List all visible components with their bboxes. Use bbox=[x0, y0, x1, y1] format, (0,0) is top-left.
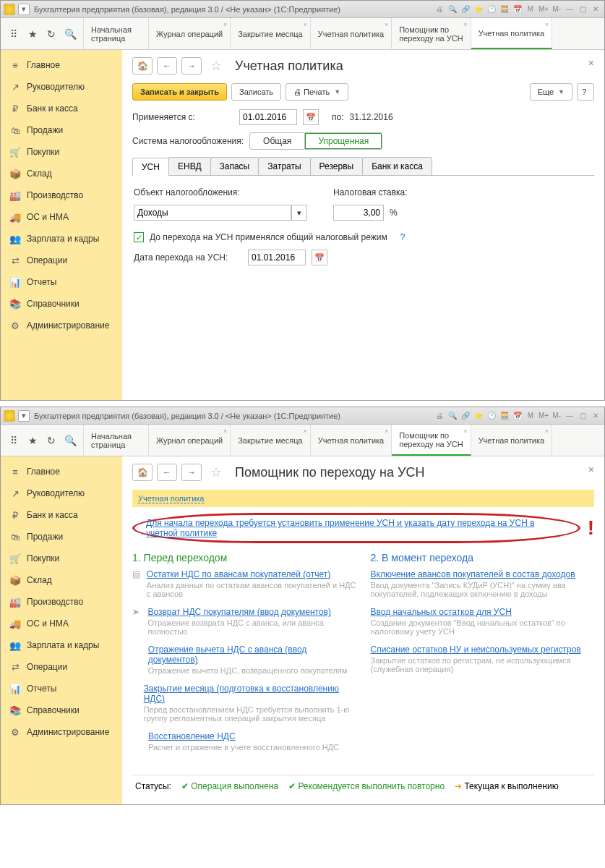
save-button[interactable]: Записать bbox=[231, 83, 281, 101]
sidebar-item-production[interactable]: 🏭Производство bbox=[1, 184, 122, 206]
sidebar-item-main[interactable]: ≡Главное bbox=[1, 461, 122, 482]
home-button[interactable]: 🏠 bbox=[132, 464, 153, 481]
sidebar-item-warehouse[interactable]: 📦Склад bbox=[1, 569, 122, 591]
calendar-icon[interactable]: 📅 bbox=[312, 250, 327, 265]
subtab-usn[interactable]: УСН bbox=[132, 158, 169, 176]
tab-home[interactable]: Начальная страница bbox=[84, 425, 149, 456]
tab-journal[interactable]: Журнал операций× bbox=[149, 425, 231, 456]
sidebar-item-admin[interactable]: ⚙Администрирование bbox=[1, 721, 122, 743]
history-icon[interactable]: ↻ bbox=[46, 28, 57, 40]
titlebar-icon[interactable]: 🧮 bbox=[499, 4, 510, 15]
minimize-icon[interactable]: — bbox=[564, 4, 575, 15]
minimize-icon[interactable]: — bbox=[564, 410, 575, 422]
titlebar-icon[interactable]: 🔍 bbox=[447, 410, 458, 422]
home-button[interactable]: 🏠 bbox=[132, 57, 153, 75]
sidebar-item-main[interactable]: ≡Главное bbox=[1, 54, 122, 76]
mem-m[interactable]: M bbox=[525, 4, 536, 15]
sidebar-item-warehouse[interactable]: 📦Склад bbox=[1, 163, 122, 184]
titlebar-dropdown[interactable]: ▾ bbox=[18, 4, 30, 15]
tab-close-icon[interactable]: × bbox=[545, 427, 549, 435]
tax-rate-input[interactable] bbox=[333, 205, 384, 221]
subtab-bank[interactable]: Банк и касса bbox=[362, 157, 432, 175]
tab-accounting-policy-active[interactable]: Учетная политика× bbox=[471, 18, 552, 49]
dropdown-icon[interactable]: ▾ bbox=[291, 205, 307, 221]
step-link[interactable]: Списание остатков НУ и неиспользуемых ре… bbox=[371, 644, 595, 655]
tab-close-icon[interactable]: × bbox=[463, 21, 467, 28]
transition-date-input[interactable] bbox=[248, 250, 306, 265]
step-link[interactable]: Ввод начальных остатков для УСН bbox=[371, 607, 595, 617]
tab-accounting-policy[interactable]: Учетная политика× bbox=[471, 425, 552, 456]
calendar-icon[interactable]: 📅 bbox=[303, 109, 319, 125]
help-button[interactable]: ? bbox=[577, 83, 594, 101]
subtab-stock[interactable]: Запасы bbox=[210, 157, 259, 175]
back-button[interactable]: ← bbox=[157, 464, 177, 481]
search-icon[interactable]: 🔍 bbox=[64, 28, 76, 40]
search-icon[interactable]: 🔍 bbox=[64, 435, 76, 446]
mem-mplus[interactable]: M+ bbox=[538, 410, 549, 422]
tax-object-select[interactable] bbox=[134, 205, 291, 221]
titlebar-icon[interactable]: 📅 bbox=[512, 4, 523, 15]
sidebar-item-production[interactable]: 🏭Производство bbox=[1, 591, 122, 613]
print-button[interactable]: 🖨 Печать▼ bbox=[286, 83, 348, 101]
titlebar-icon[interactable]: 🕐 bbox=[486, 4, 497, 15]
favorite-icon[interactable]: ☆ bbox=[206, 464, 226, 481]
favorite-icon[interactable]: ☆ bbox=[206, 57, 226, 75]
forward-button[interactable]: → bbox=[181, 464, 202, 481]
tab-home[interactable]: Начальная страница bbox=[84, 18, 149, 49]
titlebar-icon[interactable]: ⭐ bbox=[473, 410, 484, 422]
titlebar-icon[interactable]: 🔗 bbox=[460, 4, 471, 15]
sidebar-item-assets[interactable]: 🚚ОС и НМА bbox=[1, 613, 122, 634]
titlebar-icon[interactable]: 🖨 bbox=[434, 410, 445, 422]
seg-simplified[interactable]: Упрощенная bbox=[305, 132, 382, 150]
titlebar-icon[interactable]: 🔍 bbox=[447, 4, 458, 15]
sidebar-item-admin[interactable]: ⚙Администрирование bbox=[1, 315, 122, 336]
tab-month-close[interactable]: Закрытие месяца× bbox=[231, 18, 311, 49]
tab-close-icon[interactable]: × bbox=[385, 21, 388, 28]
sidebar-item-directories[interactable]: 📚Справочники bbox=[1, 293, 122, 315]
tab-close-icon[interactable]: × bbox=[385, 427, 388, 435]
step-link[interactable]: Закрытие месяца (подготовка к восстановл… bbox=[144, 684, 356, 704]
tab-accounting-policy[interactable]: Учетная политика× bbox=[311, 18, 392, 49]
mem-m[interactable]: M bbox=[525, 410, 536, 422]
subtab-reserves[interactable]: Резервы bbox=[310, 157, 364, 175]
apps-icon[interactable]: ⠿ bbox=[8, 28, 20, 40]
close-icon[interactable]: ✕ bbox=[590, 4, 601, 15]
apps-icon[interactable]: ⠿ bbox=[8, 435, 20, 446]
tab-accounting-policy[interactable]: Учетная политика× bbox=[311, 425, 392, 456]
tab-usn-assistant[interactable]: Помощник по переходу на УСН× bbox=[392, 18, 471, 49]
tab-close-icon[interactable]: × bbox=[463, 427, 467, 435]
tab-close-icon[interactable]: × bbox=[223, 21, 227, 28]
step-link[interactable]: Восстановление НДС bbox=[148, 731, 339, 741]
save-close-button[interactable]: Записать и закрыть bbox=[132, 83, 227, 101]
tab-close-icon[interactable]: × bbox=[303, 427, 306, 435]
sidebar-item-reports[interactable]: 📊Отчеты bbox=[1, 271, 122, 293]
mem-mminus[interactable]: M- bbox=[551, 410, 562, 422]
sidebar-item-reports[interactable]: 📊Отчеты bbox=[1, 678, 122, 699]
sidebar-item-operations[interactable]: ⇄Операции bbox=[1, 656, 122, 678]
sidebar-item-manager[interactable]: ↗Руководителю bbox=[1, 482, 122, 504]
titlebar-dropdown[interactable]: ▾ bbox=[18, 410, 30, 422]
sidebar-item-purchases[interactable]: 🛒Покупки bbox=[1, 548, 122, 569]
step-link[interactable]: Возврат НДС покупателям (ввод документов… bbox=[147, 607, 356, 617]
more-button[interactable]: Еще▼ bbox=[530, 83, 572, 101]
sidebar-item-assets[interactable]: 🚚ОС и НМА bbox=[1, 206, 122, 228]
titlebar-icon[interactable]: 🧮 bbox=[499, 410, 510, 422]
page-close-icon[interactable]: × bbox=[588, 57, 594, 69]
titlebar-icon[interactable]: 📅 bbox=[512, 410, 523, 422]
titlebar-icon[interactable]: ⭐ bbox=[473, 4, 484, 15]
mem-mplus[interactable]: M+ bbox=[538, 4, 549, 15]
tab-month-close[interactable]: Закрытие месяца× bbox=[231, 425, 311, 456]
step-link[interactable]: Отражение вычета НДС с аванса (ввод доку… bbox=[148, 644, 356, 665]
sidebar-item-sales[interactable]: 🛍Продажи bbox=[1, 526, 122, 548]
star-icon[interactable]: ★ bbox=[27, 28, 38, 40]
close-icon[interactable]: ✕ bbox=[590, 410, 601, 422]
sidebar-item-bank[interactable]: ₽Банк и касса bbox=[1, 504, 122, 526]
subtab-envd[interactable]: ЕНВД bbox=[168, 157, 211, 175]
titlebar-icon[interactable]: 🕐 bbox=[486, 410, 497, 422]
tab-close-icon[interactable]: × bbox=[223, 427, 227, 435]
step-link[interactable]: Включение авансов покупателей в состав д… bbox=[371, 569, 595, 579]
back-button[interactable]: ← bbox=[157, 57, 177, 75]
seg-general[interactable]: Общая bbox=[249, 132, 305, 150]
tab-close-icon[interactable]: × bbox=[545, 21, 549, 28]
sidebar-item-bank[interactable]: ₽Банк и касса bbox=[1, 98, 122, 119]
